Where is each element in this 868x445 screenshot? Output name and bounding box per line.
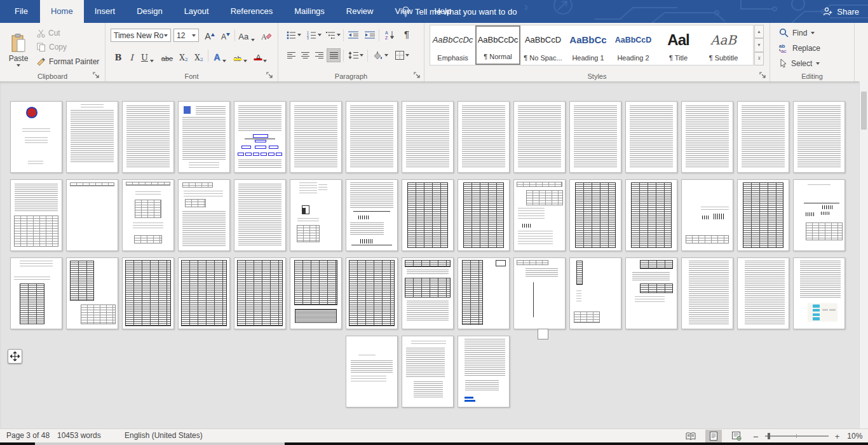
bullets-button[interactable]: [285, 28, 302, 42]
share-button[interactable]: Share: [823, 0, 859, 23]
zoom-in-button[interactable]: +: [835, 432, 840, 441]
copy-button[interactable]: Copy: [37, 41, 67, 53]
page-thumbnail-38[interactable]: [402, 257, 454, 329]
page-thumbnail-37[interactable]: [346, 257, 398, 329]
page-thumbnail-5[interactable]: [234, 101, 286, 173]
vertical-scrollbar-thumb[interactable]: [861, 92, 867, 130]
font-dialog-launcher[interactable]: [266, 72, 273, 79]
page-thumbnail-35[interactable]: [234, 257, 286, 329]
text-effects-button[interactable]: A: [211, 48, 229, 64]
page-thumbnail-26[interactable]: [569, 179, 621, 251]
style-title[interactable]: Aal¶ Title: [656, 25, 701, 65]
page-thumbnail-4[interactable]: [178, 101, 230, 173]
page-thumbnail-7[interactable]: [346, 101, 398, 173]
clear-formatting-button[interactable]: A: [258, 28, 275, 43]
page-thumbnail-2[interactable]: [66, 101, 118, 173]
tab-references[interactable]: References: [220, 0, 283, 23]
strikethrough-button[interactable]: abe: [159, 48, 175, 64]
grow-font-button[interactable]: A: [202, 28, 217, 43]
page-thumbnail-27[interactable]: [625, 179, 677, 251]
page-thumbnail-9[interactable]: [458, 101, 510, 173]
page-thumbnail-30[interactable]: [793, 179, 845, 251]
zoom-slider-thumb[interactable]: [768, 433, 770, 439]
page-thumbnail-8[interactable]: [402, 101, 454, 173]
shrink-font-button[interactable]: A: [219, 28, 233, 43]
paragraph-dialog-launcher[interactable]: [414, 72, 421, 79]
bold-button[interactable]: B: [112, 48, 125, 64]
decrease-indent-button[interactable]: [346, 28, 361, 42]
document-area[interactable]: [0, 81, 868, 428]
underline-button[interactable]: U: [139, 48, 156, 64]
print-layout-button[interactable]: [705, 430, 722, 442]
page-thumbnail-18[interactable]: [122, 179, 174, 251]
align-right-button[interactable]: [313, 48, 325, 62]
shading-button[interactable]: [371, 48, 390, 62]
style-emphasis[interactable]: AaBbCcDcEmphasis: [430, 25, 475, 65]
format-painter-button[interactable]: Format Painter: [37, 55, 99, 68]
page-thumbnail-48[interactable]: [458, 336, 510, 407]
page-thumbnail-32[interactable]: [66, 257, 118, 329]
page-thumbnail-28[interactable]: [681, 179, 733, 251]
word-count[interactable]: 10453 words: [57, 431, 101, 440]
italic-button[interactable]: I: [126, 48, 137, 64]
show-paragraph-marks-button[interactable]: ¶: [400, 27, 413, 41]
read-mode-button[interactable]: [682, 430, 699, 442]
page-thumbnail-17[interactable]: [66, 179, 118, 251]
page-thumbnail-42[interactable]: [625, 257, 677, 329]
justify-button[interactable]: [327, 48, 341, 62]
superscript-button[interactable]: X2: [192, 48, 206, 64]
page-thumbnail-25[interactable]: [513, 179, 566, 251]
styles-gallery-more[interactable]: ⊻: [754, 52, 764, 65]
page-thumbnail-36[interactable]: [290, 257, 342, 329]
tab-layout[interactable]: Layout: [173, 0, 220, 23]
multilevel-list-button[interactable]: [324, 28, 342, 42]
font-name-select[interactable]: Times New Ro: [111, 29, 171, 42]
align-center-button[interactable]: [299, 48, 311, 62]
replace-button[interactable]: abac Replace: [779, 43, 820, 53]
page-thumbnail-1[interactable]: [10, 101, 62, 173]
page-thumbnail-19[interactable]: [178, 179, 230, 251]
subscript-button[interactable]: X2: [177, 48, 191, 64]
page-thumbnail-16[interactable]: [10, 179, 62, 251]
paste-button[interactable]: Paste: [4, 25, 33, 75]
style-h1[interactable]: AaBbCcHeading 1: [566, 25, 611, 65]
font-size-select[interactable]: 12: [173, 29, 199, 42]
styles-scroll-down[interactable]: ▼: [754, 38, 764, 51]
page-thumbnail-6[interactable]: [290, 101, 342, 173]
zoom-out-button[interactable]: −: [753, 431, 759, 442]
language-indicator[interactable]: English (United States): [125, 431, 203, 440]
tab-insert[interactable]: Insert: [84, 0, 126, 23]
page-thumbnail-44[interactable]: [737, 257, 789, 329]
page-thumbnail-11[interactable]: [569, 101, 621, 173]
page-thumbnail-20[interactable]: [234, 179, 286, 251]
page-thumbnail-40[interactable]: [513, 257, 566, 329]
page-thumbnail-31[interactable]: [10, 257, 62, 329]
tab-home[interactable]: Home: [40, 0, 84, 23]
style-nospace[interactable]: AaBbCcD¶ No Spac...: [520, 25, 566, 65]
page-thumbnail-10[interactable]: [513, 101, 566, 173]
tab-file[interactable]: File: [3, 0, 40, 23]
zoom-slider-track[interactable]: [765, 435, 829, 437]
page-thumbnail-33[interactable]: [122, 257, 174, 329]
page-thumbnail-43[interactable]: [681, 257, 733, 329]
font-color-button[interactable]: A: [252, 48, 271, 64]
align-left-button[interactable]: [285, 48, 297, 62]
web-layout-button[interactable]: [728, 430, 745, 442]
page-thumbnail-15[interactable]: [793, 101, 845, 173]
page-thumbnail-13[interactable]: [681, 101, 733, 173]
change-case-button[interactable]: Aa: [237, 28, 256, 43]
tab-design[interactable]: Design: [126, 0, 173, 23]
page-thumbnail-3[interactable]: [122, 101, 174, 173]
tell-me-box[interactable]: Tell me what you want to do: [402, 0, 517, 23]
page-thumbnail-12[interactable]: [625, 101, 677, 173]
borders-button[interactable]: [393, 48, 412, 62]
highlight-button[interactable]: ab: [231, 48, 250, 64]
page-thumbnail-45[interactable]: [793, 257, 845, 329]
tab-review[interactable]: Review: [336, 0, 384, 23]
page-thumbnail-39[interactable]: [458, 257, 510, 329]
styles-scroll-up[interactable]: ▲: [754, 25, 764, 38]
find-button[interactable]: Find: [779, 28, 815, 38]
page-thumbnail-14[interactable]: [737, 101, 789, 173]
page-thumbnail-47[interactable]: [402, 336, 454, 407]
numbering-button[interactable]: 123: [305, 28, 323, 42]
